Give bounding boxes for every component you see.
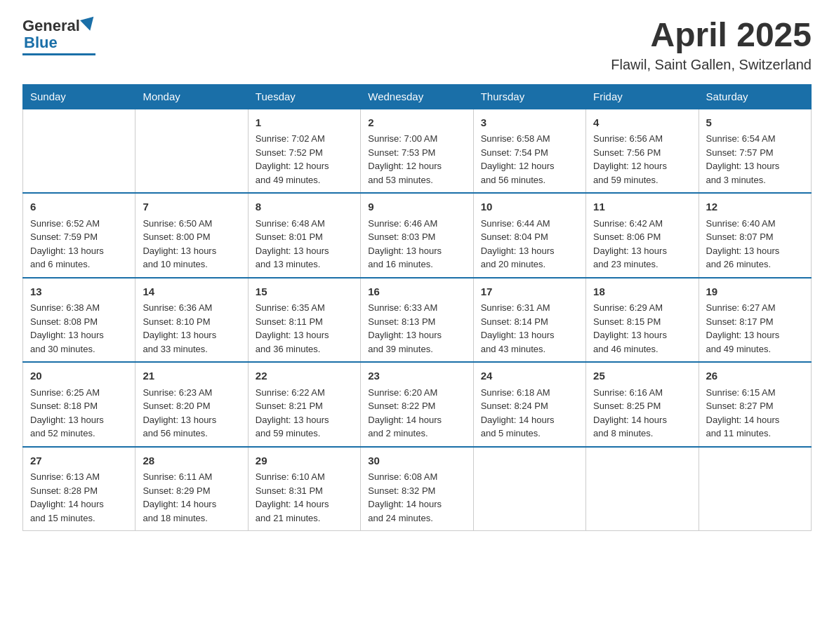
day-number: 3 bbox=[481, 115, 578, 131]
weekday-header-row: SundayMondayTuesdayWednesdayThursdayFrid… bbox=[23, 84, 812, 109]
logo-underline bbox=[22, 53, 95, 55]
calendar-cell: 25Sunrise: 6:16 AM Sunset: 8:25 PM Dayli… bbox=[586, 362, 699, 447]
location-title: Flawil, Saint Gallen, Switzerland bbox=[611, 57, 812, 73]
calendar-table: SundayMondayTuesdayWednesdayThursdayFrid… bbox=[22, 84, 812, 532]
calendar-cell: 3Sunrise: 6:58 AM Sunset: 7:54 PM Daylig… bbox=[473, 109, 585, 194]
day-info: Sunrise: 6:42 AM Sunset: 8:06 PM Dayligh… bbox=[593, 217, 691, 271]
day-number: 11 bbox=[593, 199, 691, 215]
calendar-cell bbox=[23, 109, 135, 194]
day-number: 10 bbox=[481, 199, 578, 215]
calendar-cell: 16Sunrise: 6:33 AM Sunset: 8:13 PM Dayli… bbox=[361, 278, 473, 363]
weekday-header-monday: Monday bbox=[135, 84, 248, 109]
day-number: 19 bbox=[706, 284, 804, 300]
month-title: April 2025 bbox=[611, 17, 812, 54]
day-info: Sunrise: 6:44 AM Sunset: 8:04 PM Dayligh… bbox=[481, 217, 578, 271]
day-info: Sunrise: 6:20 AM Sunset: 8:22 PM Dayligh… bbox=[368, 386, 465, 441]
day-info: Sunrise: 6:58 AM Sunset: 7:54 PM Dayligh… bbox=[481, 132, 578, 187]
day-info: Sunrise: 6:11 AM Sunset: 8:29 PM Dayligh… bbox=[143, 470, 240, 525]
calendar-cell: 12Sunrise: 6:40 AM Sunset: 8:07 PM Dayli… bbox=[699, 193, 811, 278]
day-number: 7 bbox=[143, 199, 240, 215]
calendar-cell: 19Sunrise: 6:27 AM Sunset: 8:17 PM Dayli… bbox=[699, 278, 811, 363]
day-info: Sunrise: 6:18 AM Sunset: 8:24 PM Dayligh… bbox=[481, 386, 578, 441]
day-info: Sunrise: 6:52 AM Sunset: 7:59 PM Dayligh… bbox=[30, 217, 128, 271]
calendar-cell: 6Sunrise: 6:52 AM Sunset: 7:59 PM Daylig… bbox=[23, 193, 135, 278]
day-number: 21 bbox=[143, 368, 240, 384]
day-number: 6 bbox=[30, 199, 128, 215]
day-info: Sunrise: 6:48 AM Sunset: 8:01 PM Dayligh… bbox=[256, 217, 353, 271]
day-info: Sunrise: 6:22 AM Sunset: 8:21 PM Dayligh… bbox=[256, 386, 353, 441]
calendar-cell: 28Sunrise: 6:11 AM Sunset: 8:29 PM Dayli… bbox=[135, 447, 248, 531]
calendar-cell: 4Sunrise: 6:56 AM Sunset: 7:56 PM Daylig… bbox=[586, 109, 699, 194]
calendar-cell: 8Sunrise: 6:48 AM Sunset: 8:01 PM Daylig… bbox=[248, 193, 360, 278]
weekday-header-friday: Friday bbox=[586, 84, 699, 109]
day-number: 17 bbox=[481, 284, 578, 300]
day-number: 30 bbox=[368, 453, 465, 469]
calendar-cell: 9Sunrise: 6:46 AM Sunset: 8:03 PM Daylig… bbox=[361, 193, 473, 278]
day-info: Sunrise: 6:15 AM Sunset: 8:27 PM Dayligh… bbox=[706, 386, 804, 441]
calendar-cell: 11Sunrise: 6:42 AM Sunset: 8:06 PM Dayli… bbox=[586, 193, 699, 278]
title-block: April 2025 Flawil, Saint Gallen, Switzer… bbox=[611, 17, 812, 73]
day-number: 1 bbox=[256, 115, 353, 131]
day-info: Sunrise: 6:29 AM Sunset: 8:15 PM Dayligh… bbox=[593, 301, 691, 356]
day-number: 4 bbox=[593, 115, 691, 131]
page-header: General Blue April 2025 Flawil, Saint Ga… bbox=[22, 17, 812, 73]
calendar-cell: 7Sunrise: 6:50 AM Sunset: 8:00 PM Daylig… bbox=[135, 193, 248, 278]
day-number: 16 bbox=[368, 284, 465, 300]
day-info: Sunrise: 6:16 AM Sunset: 8:25 PM Dayligh… bbox=[593, 386, 691, 441]
calendar-cell: 2Sunrise: 7:00 AM Sunset: 7:53 PM Daylig… bbox=[361, 109, 473, 194]
day-info: Sunrise: 6:25 AM Sunset: 8:18 PM Dayligh… bbox=[30, 386, 128, 441]
weekday-header-tuesday: Tuesday bbox=[248, 84, 360, 109]
calendar-cell: 10Sunrise: 6:44 AM Sunset: 8:04 PM Dayli… bbox=[473, 193, 585, 278]
calendar-cell: 5Sunrise: 6:54 AM Sunset: 7:57 PM Daylig… bbox=[699, 109, 811, 194]
calendar-week-row: 20Sunrise: 6:25 AM Sunset: 8:18 PM Dayli… bbox=[23, 362, 812, 447]
calendar-cell: 30Sunrise: 6:08 AM Sunset: 8:32 PM Dayli… bbox=[361, 447, 473, 531]
calendar-cell: 26Sunrise: 6:15 AM Sunset: 8:27 PM Dayli… bbox=[699, 362, 811, 447]
day-number: 25 bbox=[593, 368, 691, 384]
weekday-header-thursday: Thursday bbox=[473, 84, 585, 109]
calendar-cell: 27Sunrise: 6:13 AM Sunset: 8:28 PM Dayli… bbox=[23, 447, 135, 531]
day-number: 29 bbox=[256, 453, 353, 469]
calendar-cell: 21Sunrise: 6:23 AM Sunset: 8:20 PM Dayli… bbox=[135, 362, 248, 447]
logo: General Blue bbox=[22, 17, 95, 55]
day-info: Sunrise: 6:56 AM Sunset: 7:56 PM Dayligh… bbox=[593, 132, 691, 187]
day-number: 15 bbox=[256, 284, 353, 300]
day-number: 14 bbox=[143, 284, 240, 300]
day-info: Sunrise: 6:31 AM Sunset: 8:14 PM Dayligh… bbox=[481, 301, 578, 356]
calendar-cell: 29Sunrise: 6:10 AM Sunset: 8:31 PM Dayli… bbox=[248, 447, 360, 531]
day-info: Sunrise: 6:13 AM Sunset: 8:28 PM Dayligh… bbox=[30, 470, 128, 525]
weekday-header-saturday: Saturday bbox=[699, 84, 811, 109]
day-info: Sunrise: 7:00 AM Sunset: 7:53 PM Dayligh… bbox=[368, 132, 465, 187]
day-info: Sunrise: 6:46 AM Sunset: 8:03 PM Dayligh… bbox=[368, 217, 465, 271]
day-number: 13 bbox=[30, 284, 128, 300]
day-info: Sunrise: 6:35 AM Sunset: 8:11 PM Dayligh… bbox=[256, 301, 353, 356]
day-info: Sunrise: 6:50 AM Sunset: 8:00 PM Dayligh… bbox=[143, 217, 240, 271]
day-number: 12 bbox=[706, 199, 804, 215]
day-info: Sunrise: 6:08 AM Sunset: 8:32 PM Dayligh… bbox=[368, 470, 465, 525]
logo-triangle-icon bbox=[80, 17, 97, 33]
day-number: 9 bbox=[368, 199, 465, 215]
day-info: Sunrise: 6:40 AM Sunset: 8:07 PM Dayligh… bbox=[706, 217, 804, 271]
logo-general-text: General bbox=[22, 17, 80, 35]
day-info: Sunrise: 6:10 AM Sunset: 8:31 PM Dayligh… bbox=[256, 470, 353, 525]
calendar-cell: 23Sunrise: 6:20 AM Sunset: 8:22 PM Dayli… bbox=[361, 362, 473, 447]
day-number: 8 bbox=[256, 199, 353, 215]
calendar-week-row: 6Sunrise: 6:52 AM Sunset: 7:59 PM Daylig… bbox=[23, 193, 812, 278]
calendar-cell bbox=[135, 109, 248, 194]
calendar-cell bbox=[473, 447, 585, 531]
weekday-header-wednesday: Wednesday bbox=[361, 84, 473, 109]
calendar-cell: 24Sunrise: 6:18 AM Sunset: 8:24 PM Dayli… bbox=[473, 362, 585, 447]
calendar-cell: 18Sunrise: 6:29 AM Sunset: 8:15 PM Dayli… bbox=[586, 278, 699, 363]
day-number: 26 bbox=[706, 368, 804, 384]
calendar-cell: 13Sunrise: 6:38 AM Sunset: 8:08 PM Dayli… bbox=[23, 278, 135, 363]
day-info: Sunrise: 6:27 AM Sunset: 8:17 PM Dayligh… bbox=[706, 301, 804, 356]
day-number: 20 bbox=[30, 368, 128, 384]
logo-blue-text: Blue bbox=[24, 34, 58, 52]
day-number: 27 bbox=[30, 453, 128, 469]
calendar-week-row: 13Sunrise: 6:38 AM Sunset: 8:08 PM Dayli… bbox=[23, 278, 812, 363]
calendar-cell: 17Sunrise: 6:31 AM Sunset: 8:14 PM Dayli… bbox=[473, 278, 585, 363]
day-info: Sunrise: 6:23 AM Sunset: 8:20 PM Dayligh… bbox=[143, 386, 240, 441]
day-number: 24 bbox=[481, 368, 578, 384]
day-number: 28 bbox=[143, 453, 240, 469]
calendar-cell bbox=[699, 447, 811, 531]
calendar-cell: 14Sunrise: 6:36 AM Sunset: 8:10 PM Dayli… bbox=[135, 278, 248, 363]
